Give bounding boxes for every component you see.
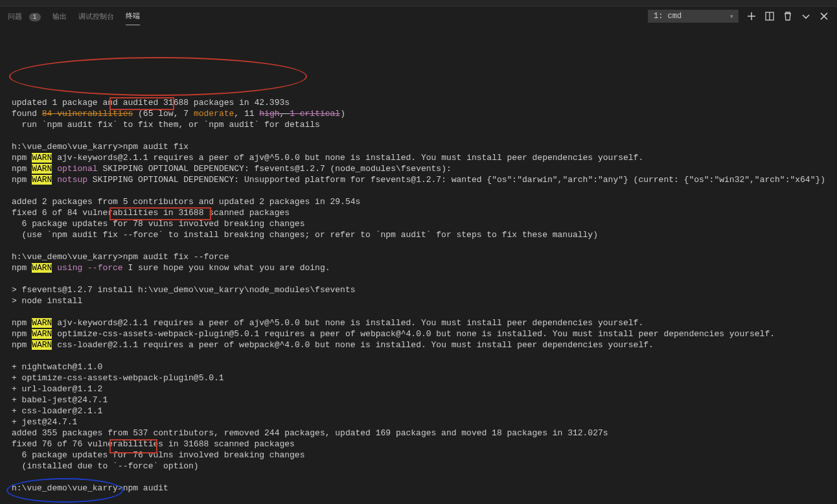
tab-debug-console[interactable]: 调试控制台 xyxy=(78,8,114,25)
warn-tag: WARN xyxy=(32,329,52,339)
term-line: 1 critical xyxy=(290,109,340,119)
term-line: + url-loader@1.1.2 xyxy=(12,384,102,394)
term-line: (65 low, 7 xyxy=(133,109,194,119)
term-line: (installed due to `--force` option) xyxy=(12,461,199,471)
warn-tag: WARN xyxy=(32,164,52,174)
term-line: npm xyxy=(12,164,32,174)
term-line: high xyxy=(259,109,279,119)
term-line: using --force xyxy=(57,263,122,273)
cmd: npm audit fix xyxy=(123,142,189,152)
editor-tab-strip xyxy=(0,0,837,6)
term-line: SKIPPING OPTIONAL DEPENDENCY: Unsupporte… xyxy=(87,175,825,185)
panel-toolbar: 1: cmd xyxy=(648,10,829,23)
term-line: run `npm audit fix` to fix them, or `npm… xyxy=(12,120,320,130)
term-line: npm xyxy=(12,318,32,328)
tab-output[interactable]: 输出 xyxy=(52,8,67,25)
cmd: npm audit xyxy=(123,483,168,493)
warn-tag: WARN xyxy=(32,340,52,350)
warn-tag: WARN xyxy=(32,175,52,185)
annotation-oval-1 xyxy=(9,57,307,96)
term-line: fixed 6 of 84 vulnerabilities in 31688 s… xyxy=(12,208,290,218)
term-line: moderate xyxy=(194,109,234,119)
term-line: updated 1 package and audited 31688 pack… xyxy=(12,98,290,108)
term-line: npm xyxy=(12,175,32,185)
term-line: 84 vulnerabilities xyxy=(42,109,133,119)
term-line: I sure hope you know what you are doing. xyxy=(123,263,330,273)
term-line: npm xyxy=(12,340,32,350)
cmd: npm audit fix --force xyxy=(123,252,229,262)
warn-tag: WARN xyxy=(32,263,52,273)
term-line: > node install xyxy=(12,296,82,306)
term-line: found xyxy=(12,109,42,119)
term-line: notsup xyxy=(57,175,87,185)
term-line: > fsevents@1.2.7 install h:\vue_demo\vue… xyxy=(12,285,356,295)
prompt: h:\vue_demo\vue_karry> xyxy=(12,252,123,262)
term-line: + optimize-css-assets-webpack-plugin@5.0… xyxy=(12,373,224,383)
term-line: + css-loader@2.1.1 xyxy=(12,406,102,416)
term-line: npm xyxy=(12,153,32,163)
panel-tab-bar: 问题 1 输出 调试控制台 终端 1: cmd xyxy=(0,6,837,26)
term-line: css-loader@2.1.1 requires a peer of webp… xyxy=(52,340,653,350)
term-line: optimize-css-assets-webpack-plugin@5.0.1… xyxy=(52,329,775,339)
prompt: h:\vue_demo\vue_karry> xyxy=(12,483,123,493)
tab-problems[interactable]: 问题 1 xyxy=(8,8,41,25)
term-line: 6 package updates for 76 vulns involved … xyxy=(12,450,304,460)
chevron-down-icon[interactable] xyxy=(801,11,811,21)
term-line: + nightwatch@1.1.0 xyxy=(12,362,102,372)
term-line: optional xyxy=(57,164,97,174)
tab-terminal[interactable]: 终端 xyxy=(126,7,140,25)
plus-icon[interactable] xyxy=(746,11,757,21)
term-line: (use `npm audit fix --force` to install … xyxy=(12,230,598,240)
close-icon[interactable] xyxy=(819,11,829,21)
term-line: , xyxy=(280,109,290,119)
term-line: added 2 packages from 5 contributors and… xyxy=(12,197,360,207)
term-line: npm xyxy=(12,263,32,273)
term-line: ajv-keywords@2.1.1 requires a peer of aj… xyxy=(52,153,643,163)
tab-problems-label: 问题 xyxy=(8,13,22,21)
term-line: + jest@24.7.1 xyxy=(12,417,77,427)
split-icon[interactable] xyxy=(764,11,775,21)
terminal-output[interactable]: updated 1 package and audited 31688 pack… xyxy=(0,26,837,504)
term-line: ajv-keywords@2.1.1 requires a peer of aj… xyxy=(52,318,643,328)
term-line: fixed 76 of 76 vulnerabilities in 31688 … xyxy=(12,439,295,449)
term-line: SKIPPING OPTIONAL DEPENDENCY: fsevents@1… xyxy=(98,164,452,174)
prompt: h:\vue_demo\vue_karry> xyxy=(12,142,123,152)
warn-tag: WARN xyxy=(32,153,52,163)
warn-tag: WARN xyxy=(32,318,52,328)
term-line: 6 package updates for 78 vulns involved … xyxy=(12,219,304,229)
term-line: npm xyxy=(12,329,32,339)
problems-badge: 1 xyxy=(29,13,41,21)
term-line: added 355 packages from 537 contributors… xyxy=(12,428,608,438)
term-line: + babel-jest@24.7.1 xyxy=(12,395,108,405)
term-line: , 11 xyxy=(234,109,259,119)
trash-icon[interactable] xyxy=(783,11,793,21)
terminal-selector[interactable]: 1: cmd xyxy=(648,10,739,23)
term-line: ) xyxy=(340,109,345,119)
